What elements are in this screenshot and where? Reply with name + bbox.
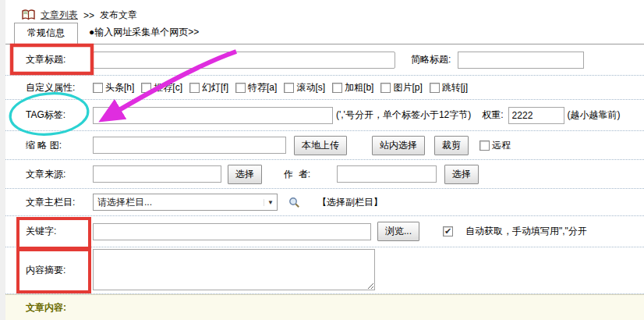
auto-fetch-label: 自动获取，手动填写用","分开 — [465, 225, 587, 238]
weight-hint: (越小越靠前) — [568, 108, 621, 122]
checkbox-scroll[interactable]: 滚动[s] — [284, 81, 325, 94]
checkbox-label: 加粗[b] — [345, 81, 373, 94]
weight-label: 权重: — [482, 108, 503, 122]
summary-textarea[interactable] — [93, 249, 375, 290]
row-thumbnail: 缩 略 图: 本地上传 站内选择 裁剪 远程 — [5, 131, 644, 160]
checkbox-icon — [189, 83, 200, 93]
remote-checkbox[interactable]: 远程 — [479, 139, 511, 152]
row-custom-attributes: 自定义属性: 头条[h] 推荐[c] 幻灯[f] 特荐[a] 滚动[s] 加粗[… — [5, 76, 644, 100]
checkbox-icon — [479, 140, 490, 151]
short-title-input[interactable] — [458, 52, 584, 69]
source-label: 文章来源: — [5, 168, 93, 181]
publish-article-page: 文章列表 >> 发布文章 常规信息 ●输入网址采集单个网页>> 文章标题: 简略… — [5, 0, 644, 320]
breadcrumb-link-article-list[interactable]: 文章列表 — [41, 9, 78, 22]
checkbox-icon — [93, 83, 103, 93]
row-tag: TAG标签: (','号分开，单个标签小于12字节) 权重: (越小越靠前) — [5, 100, 644, 131]
checkbox-icon — [380, 83, 391, 93]
browse-button[interactable]: 浏览... — [377, 222, 419, 241]
remote-label: 远程 — [492, 139, 511, 152]
article-content-header: 文章内容: — [5, 294, 644, 320]
checkbox-bold[interactable]: 加粗[b] — [332, 81, 373, 94]
page-left-gutter — [0, 0, 5, 320]
checkbox-label: 跳转[j] — [442, 81, 468, 94]
checkbox-slide[interactable]: 幻灯[f] — [189, 81, 228, 94]
row-keywords: 关键字: 浏览... ✔ 自动获取，手动填写用","分开 — [5, 216, 644, 247]
checkbox-picture[interactable]: 图片[p] — [380, 81, 422, 94]
checkbox-label: 滚动[s] — [296, 81, 325, 94]
row-source-author: 文章来源: 选择 作 者: 选择 — [5, 160, 644, 189]
checkbox-jump[interactable]: 跳转[j] — [430, 81, 468, 94]
checkbox-label: 特荐[a] — [248, 81, 277, 94]
author-label: 作 者: — [284, 168, 310, 181]
tag-input[interactable] — [93, 107, 333, 124]
article-content-label: 文章内容: — [26, 301, 66, 315]
article-title-label: 文章标题: — [5, 53, 93, 66]
book-icon — [22, 9, 35, 21]
row-article-title: 文章标题: 简略标题: — [5, 44, 644, 76]
auto-fetch-checkbox[interactable]: ✔ — [443, 226, 455, 236]
search-category-icon[interactable] — [288, 197, 300, 208]
source-input[interactable] — [93, 165, 221, 183]
checkbox-label: 推荐[c] — [154, 81, 182, 94]
checkbox-icon — [332, 83, 342, 93]
checkbox-label: 幻灯[f] — [202, 81, 228, 94]
tab-general-info[interactable]: 常规信息 — [14, 23, 78, 44]
tag-hint: (','号分开，单个标签小于12字节) — [336, 108, 471, 122]
checkbox-label: 头条[h] — [105, 81, 134, 94]
crop-button[interactable]: 裁剪 — [434, 136, 469, 155]
keywords-label: 关键字: — [5, 225, 93, 238]
summary-label: 内容摘要: — [5, 264, 93, 277]
breadcrumb: 文章列表 >> 发布文章 — [5, 0, 644, 23]
checkbox-icon — [235, 83, 246, 93]
checkbox-headline[interactable]: 头条[h] — [93, 81, 134, 94]
site-select-button[interactable]: 站内选择 — [372, 136, 425, 155]
checkbox-special[interactable]: 特荐[a] — [235, 81, 277, 94]
author-input[interactable] — [337, 165, 437, 183]
custom-attributes-label: 自定义属性: — [5, 81, 93, 94]
row-summary: 内容摘要: — [5, 247, 644, 294]
checkbox-icon — [141, 83, 151, 93]
article-title-input[interactable] — [93, 52, 395, 69]
author-select-button[interactable]: 选择 — [444, 165, 479, 184]
checkbox-recommend[interactable]: 推荐[c] — [141, 81, 182, 94]
tag-label: TAG标签: — [5, 108, 93, 122]
collect-url-link[interactable]: ●输入网址采集单个网页>> — [78, 26, 199, 44]
breadcrumb-current: 发布文章 — [100, 9, 137, 22]
source-select-button[interactable]: 选择 — [228, 165, 262, 184]
checkbox-icon — [430, 83, 440, 93]
main-category-label: 文章主栏目: — [5, 196, 93, 209]
thumbnail-label: 缩 略 图: — [5, 139, 93, 152]
checkbox-icon — [284, 83, 294, 93]
checkbox-checked-icon: ✔ — [443, 226, 453, 236]
chevron-down-icon: ▼ — [264, 199, 277, 206]
weight-input[interactable] — [508, 107, 564, 124]
tab-bar: 常规信息 ●输入网址采集单个网页>> — [5, 23, 644, 44]
breadcrumb-separator: >> — [83, 10, 94, 21]
thumbnail-input[interactable] — [93, 137, 286, 154]
main-category-select[interactable]: 请选择栏目... ▼ — [93, 194, 278, 211]
row-main-category: 文章主栏目: 请选择栏目... ▼ 【选择副栏目】 — [5, 189, 644, 216]
select-sub-category-link[interactable]: 【选择副栏目】 — [317, 196, 383, 209]
main-category-selected: 请选择栏目... — [94, 196, 264, 209]
keywords-input[interactable] — [93, 223, 371, 240]
checkbox-label: 图片[p] — [393, 81, 422, 94]
local-upload-button[interactable]: 本地上传 — [294, 136, 347, 155]
short-title-label: 简略标题: — [411, 53, 451, 66]
